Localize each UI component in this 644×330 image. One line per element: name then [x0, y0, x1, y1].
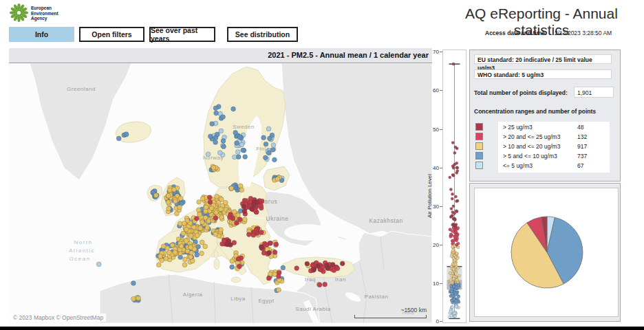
strip-dot[interactable]	[453, 219, 456, 221]
strip-plot-canvas[interactable]	[443, 50, 466, 322]
map-dot[interactable]	[275, 177, 280, 182]
legend-swatch-gt25[interactable]	[475, 123, 483, 131]
map-dot[interactable]	[235, 150, 240, 155]
strip-dot[interactable]	[455, 300, 458, 302]
strip-dot[interactable]	[449, 310, 452, 313]
map-dot[interactable]	[330, 263, 335, 267]
map-canvas[interactable]: GreenlandSwedenFinlandNorwayBelarusUkrai…	[9, 63, 432, 324]
map-dot[interactable]	[223, 200, 228, 205]
map-dot[interactable]	[136, 296, 141, 300]
map-dot[interactable]	[195, 252, 200, 257]
strip-dot[interactable]	[453, 212, 456, 214]
map-dot[interactable]	[229, 186, 234, 191]
strip-dot[interactable]	[450, 208, 453, 210]
map-dot[interactable]	[267, 250, 272, 255]
map-dot[interactable]	[264, 142, 268, 146]
legend-swatch-le5[interactable]	[475, 162, 483, 169]
map-dot[interactable]	[194, 216, 199, 221]
map-dot[interactable]	[267, 151, 272, 155]
strip-dot[interactable]	[453, 312, 456, 315]
map-dot[interactable]	[237, 264, 242, 269]
map-dot[interactable]	[215, 132, 219, 137]
map-dot[interactable]	[218, 207, 223, 212]
map-dot[interactable]	[197, 199, 202, 204]
map-dot[interactable]	[239, 188, 244, 192]
map-dot[interactable]	[131, 281, 136, 286]
see-over-past-years-button[interactable]: See over past years	[149, 27, 215, 42]
map-dot[interactable]	[219, 197, 224, 202]
map-attribution[interactable]: © 2023 Mapbox © OpenStreetMap	[10, 314, 106, 322]
strip-dot[interactable]	[455, 305, 458, 308]
map-dot[interactable]	[227, 215, 232, 220]
map-dot[interactable]	[213, 232, 218, 236]
strip-dot[interactable]	[452, 63, 455, 65]
map-dot[interactable]	[276, 274, 281, 279]
map-dot[interactable]	[124, 132, 129, 137]
map-dot[interactable]	[222, 238, 226, 243]
map-dot[interactable]	[340, 261, 345, 266]
map-dot[interactable]	[243, 217, 248, 222]
map-dot[interactable]	[259, 203, 264, 208]
map-dot[interactable]	[221, 115, 226, 120]
map-dot[interactable]	[259, 245, 264, 250]
strip-dot[interactable]	[454, 292, 457, 295]
pie-chart[interactable]	[475, 188, 618, 316]
map-dot[interactable]	[252, 202, 257, 207]
map-dot[interactable]	[156, 263, 161, 267]
strip-dot[interactable]	[449, 176, 451, 179]
map-dot[interactable]	[200, 251, 204, 256]
map-dot[interactable]	[217, 151, 222, 155]
strip-dot[interactable]	[453, 151, 456, 154]
map-dot[interactable]	[182, 221, 186, 226]
map-dot[interactable]	[234, 221, 239, 226]
strip-dot[interactable]	[456, 256, 459, 259]
map-dot[interactable]	[214, 210, 219, 214]
map-dot[interactable]	[243, 155, 248, 160]
map-dot[interactable]	[246, 232, 251, 237]
strip-dot[interactable]	[455, 252, 458, 255]
info-button[interactable]: Info	[9, 27, 74, 42]
map-dot[interactable]	[222, 144, 226, 149]
map-dot[interactable]	[317, 283, 322, 287]
map-dot[interactable]	[173, 250, 178, 255]
map-dot[interactable]	[272, 157, 277, 162]
map-dot[interactable]	[305, 261, 310, 266]
strip-dot[interactable]	[450, 214, 453, 217]
map-dot[interactable]	[116, 136, 121, 141]
strip-dot[interactable]	[455, 230, 458, 233]
strip-dot[interactable]	[452, 227, 455, 230]
map-dot[interactable]	[226, 239, 231, 243]
map-dot[interactable]	[153, 193, 158, 198]
strip-dot[interactable]	[452, 205, 455, 208]
map-dot[interactable]	[241, 148, 246, 153]
map-dot[interactable]	[214, 111, 219, 116]
map-dot[interactable]	[230, 265, 235, 270]
strip-dot[interactable]	[455, 200, 458, 203]
strip-dot[interactable]	[451, 245, 454, 248]
map-dot[interactable]	[323, 282, 328, 287]
map-dot[interactable]	[178, 205, 182, 210]
map-dot[interactable]	[215, 194, 219, 199]
strip-dot[interactable]	[457, 246, 460, 249]
pollution-strip-plot[interactable]	[442, 50, 466, 323]
map-dot[interactable]	[183, 257, 188, 262]
strip-dot[interactable]	[452, 267, 455, 270]
map-dot[interactable]	[192, 225, 197, 230]
strip-dot[interactable]	[454, 195, 457, 198]
map-dot[interactable]	[231, 107, 236, 111]
strip-dot[interactable]	[451, 142, 454, 144]
strip-dot[interactable]	[453, 239, 455, 242]
map-dot[interactable]	[167, 206, 171, 211]
map-dot[interactable]	[208, 199, 213, 204]
map-dot[interactable]	[206, 219, 211, 223]
map-dot[interactable]	[200, 197, 205, 201]
strip-dot[interactable]	[451, 249, 454, 252]
legend-swatch-10-20[interactable]	[475, 142, 483, 150]
strip-dot[interactable]	[451, 197, 453, 200]
map-dot[interactable]	[181, 231, 186, 236]
map-dot[interactable]	[206, 152, 211, 157]
map-dot[interactable]	[131, 296, 136, 301]
strip-dot[interactable]	[456, 170, 459, 173]
strip-dot[interactable]	[454, 263, 457, 265]
map-dot[interactable]	[166, 200, 171, 205]
